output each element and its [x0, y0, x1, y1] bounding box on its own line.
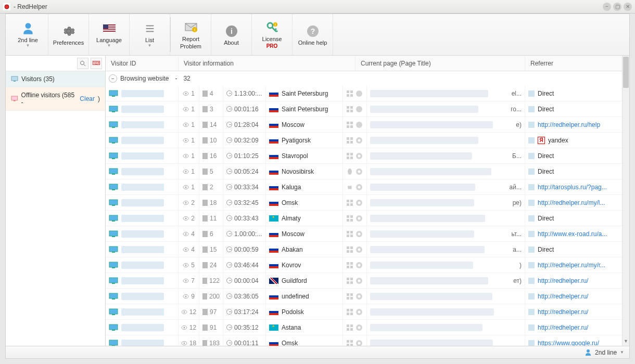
location: Saint Petersburg — [282, 106, 328, 113]
svg-point-79 — [358, 170, 361, 173]
page-count: 18 — [210, 199, 217, 206]
page-tail: а... — [513, 246, 522, 253]
referrer-link[interactable]: http://redhelper.ru/ — [538, 324, 588, 331]
eye-icon — [181, 325, 187, 330]
svg-rect-63 — [109, 153, 118, 158]
page-icon — [202, 340, 207, 346]
scroll-thumb[interactable] — [623, 57, 629, 88]
svg-rect-100 — [347, 215, 349, 218]
table-row[interactable]: 52403:46:44Kovrov)http://redhelper.ru/my… — [106, 257, 629, 273]
group-row[interactable]: − Browsing website - 32 — [106, 71, 629, 86]
os-icon — [346, 308, 353, 316]
view-count: 4 — [191, 230, 195, 238]
content: Visitor ID Visitor information Current p… — [106, 56, 629, 346]
eye-icon — [183, 185, 189, 190]
search-button[interactable] — [77, 58, 88, 69]
online-help-button[interactable]: ? Online help — [293, 14, 333, 55]
svg-rect-106 — [109, 231, 118, 236]
svg-point-20 — [81, 61, 84, 64]
scroll-down-icon[interactable]: ▼ — [623, 339, 629, 346]
status-label[interactable]: 2nd line — [595, 349, 617, 356]
titlebar[interactable]: - RedHelper − ▢ ✕ — [0, 0, 635, 14]
language-button[interactable]: Language ▼ — [89, 14, 130, 55]
table-row[interactable]: 920003:36:05undefinedhttp://redhelper.ru… — [106, 289, 629, 304]
license-button[interactable]: ! License PRO — [252, 14, 293, 55]
referrer-link[interactable]: http://redhelper.ru/my/l... — [538, 199, 605, 206]
table-row[interactable]: 11601:10:25StavropolБ...Direct — [106, 148, 629, 164]
referrer-link[interactable]: https://www.google.ru/ — [538, 340, 599, 346]
table-row[interactable]: 11000:32:09PyatigorskЯyandex — [106, 133, 629, 148]
view-count: 9 — [191, 293, 195, 300]
svg-point-99 — [185, 217, 187, 219]
referrer-icon — [528, 262, 535, 268]
visitor-name-placeholder — [121, 246, 164, 253]
referrer-link[interactable]: http://redhelper.ru/ — [538, 277, 588, 284]
page-icon — [202, 324, 208, 331]
browser-icon — [355, 262, 363, 269]
monitor-icon — [109, 168, 118, 175]
svg-rect-51 — [350, 125, 353, 128]
referrer-link[interactable]: http://redhelper.ru/help — [538, 121, 600, 128]
table-row[interactable]: 41500:00:59Abakanа...Direct — [106, 242, 629, 257]
referrer-link[interactable]: http://redhelper.ru/ — [538, 308, 588, 316]
referrer-link[interactable]: http://tarosplus.ru/?pag... — [538, 184, 607, 191]
preferences-button[interactable]: Preferences — [48, 14, 89, 55]
report-problem-button[interactable]: ! Report Problem — [171, 14, 211, 55]
table-row[interactable]: 461.00:00:...Moscowьт...http://www.ex-ro… — [106, 226, 629, 242]
monitor-icon — [109, 215, 118, 222]
clear-link[interactable]: Clear — [80, 95, 95, 102]
dropdown-icon[interactable]: ▼ — [620, 350, 624, 355]
page-count: 11 — [210, 215, 217, 222]
table-row[interactable]: 1300:01:16Saint Petersburgго...Direct — [106, 101, 629, 117]
os-icon — [346, 121, 353, 128]
table-row[interactable]: 141.13:00:...Saint Petersburgel...Direct — [106, 86, 629, 101]
referrer-link[interactable]: http://www.ex-road.ru/a... — [538, 230, 607, 238]
table-row[interactable]: 129100:35:12Astanahttp://redhelper.ru/ — [106, 320, 629, 335]
sidebar-visitors[interactable]: Visitors (35) — [6, 71, 105, 87]
keyboard-button[interactable]: ⌨ — [91, 58, 102, 69]
list-button[interactable]: List ▼ — [130, 14, 170, 55]
referrer-link[interactable]: http://redhelper.ru/my/r... — [538, 262, 605, 269]
table-row[interactable]: 1200:33:34Kalugaай...http://tarosplus.ru… — [106, 179, 629, 195]
table-row[interactable]: 21100:33:43AlmatyDirect — [106, 211, 629, 226]
svg-point-85 — [358, 186, 361, 188]
header-visitor-info[interactable]: Visitor information — [179, 56, 355, 71]
os-icon — [346, 340, 353, 346]
table-row[interactable]: 11401:28:04Moscowе)http://redhelper.ru/h… — [106, 117, 629, 133]
svg-rect-182 — [347, 344, 349, 346]
header-current-page[interactable]: Current page (Page Title) — [355, 56, 525, 71]
table-row[interactable]: 1500:05:24NovosibirskDirect — [106, 164, 629, 179]
table-row[interactable]: 21803:32:45Omskре)http://redhelper.ru/my… — [106, 195, 629, 211]
page-count: 3 — [210, 106, 213, 113]
sidebar-offline-visitors[interactable]: Offline visitors (585 - Clear ) — [6, 87, 105, 111]
eye-icon — [183, 263, 189, 268]
maximize-button[interactable]: ▢ — [613, 3, 621, 11]
scrollbar[interactable]: ▲ ▼ — [622, 56, 629, 346]
about-button[interactable]: i About — [211, 14, 252, 55]
page-title-placeholder — [370, 230, 474, 238]
svg-rect-36 — [112, 111, 115, 112]
close-button[interactable]: ✕ — [624, 3, 632, 11]
svg-rect-4 — [103, 30, 116, 31]
minimize-button[interactable]: − — [603, 3, 611, 11]
svg-rect-150 — [347, 293, 349, 296]
header-visitor-id[interactable]: Visitor ID — [106, 56, 179, 71]
table-row[interactable]: 129703:17:24Podolskhttp://redhelper.ru/ — [106, 304, 629, 320]
window-title: - RedHelper — [14, 3, 47, 10]
svg-rect-172 — [347, 328, 349, 331]
table-row[interactable]: 1818300:01:11Omskhttps://www.google.ru/ — [106, 335, 629, 346]
flag-icon — [269, 231, 278, 237]
page-title-placeholder — [370, 199, 474, 206]
header-referrer[interactable]: Referrer — [525, 56, 629, 71]
svg-rect-133 — [350, 266, 353, 268]
table-row[interactable]: 712200:00:04Guildfordет)http://redhelper… — [106, 273, 629, 289]
os-icon — [346, 293, 353, 300]
svg-point-145 — [358, 279, 361, 282]
page-icon — [202, 168, 208, 175]
page-tail: е) — [516, 121, 522, 128]
collapse-icon[interactable]: − — [109, 74, 117, 83]
duration: 01:10:25 — [234, 152, 259, 160]
second-line-button[interactable]: 2nd line ▼ — [8, 14, 48, 55]
referrer-link[interactable]: http://redhelper.ru/ — [538, 293, 588, 300]
page-icon — [202, 246, 208, 253]
